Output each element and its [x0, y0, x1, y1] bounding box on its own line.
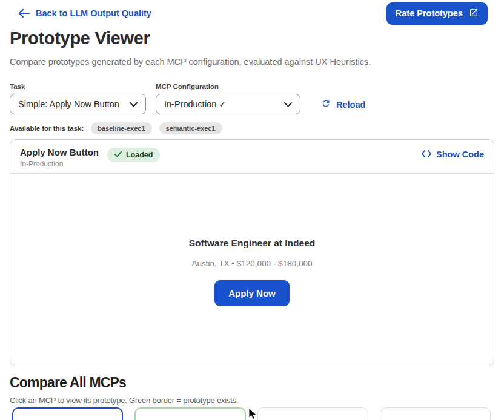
prototype-card: Apply Now Button In-Production Loaded Sh… [10, 139, 494, 366]
prototype-preview: Software Engineer at Indeed Austin, TX •… [10, 174, 494, 366]
page-title: Prototype Viewer [10, 29, 494, 48]
check-icon [114, 151, 122, 159]
show-code-button[interactable]: Show Code [422, 149, 484, 159]
available-label: Available for this task: [10, 125, 84, 132]
mcp-config-select[interactable]: In-Production ✓ [156, 94, 300, 114]
task-label: Task [10, 83, 146, 90]
show-code-label: Show Code [436, 149, 484, 159]
chevron-down-icon [130, 99, 138, 109]
rate-prototypes-label: Rate Prototypes [396, 8, 463, 18]
task-select-value: Simple: Apply Now Button [18, 99, 119, 109]
mcp-compare-card[interactable] [380, 407, 491, 420]
prototype-viewer-page: Back to LLM Output Quality Rate Prototyp… [0, 0, 504, 420]
exec-badge: semantic-exec1 [159, 122, 222, 134]
mcp-compare-card[interactable] [134, 407, 245, 420]
chevron-down-icon [284, 99, 292, 109]
prototype-config-name: In-Production [20, 160, 99, 168]
rate-prototypes-button[interactable]: Rate Prototypes [386, 2, 488, 25]
available-row: Available for this task: baseline-exec1 … [10, 122, 494, 134]
reload-icon [321, 99, 331, 110]
job-meta: Austin, TX • $120,000 - $180,000 [192, 259, 313, 268]
compare-section-subtitle: Click an MCP to view its prototype. Gree… [10, 396, 494, 405]
back-link-label: Back to LLM Output Quality [36, 8, 151, 18]
task-select[interactable]: Simple: Apply Now Button [10, 94, 146, 114]
compare-section-title: Compare All MCPs [10, 374, 494, 391]
top-bar: Back to LLM Output Quality Rate Prototyp… [10, 0, 494, 21]
mcp-compare-card[interactable] [12, 407, 123, 420]
page-subtitle: Compare prototypes generated by each MCP… [10, 57, 494, 67]
external-link-icon [469, 8, 479, 19]
back-link[interactable]: Back to LLM Output Quality [18, 8, 151, 18]
mcp-compare-card[interactable] [257, 407, 368, 420]
prototype-card-titles: Apply Now Button In-Production [20, 146, 99, 168]
prototype-card-header: Apply Now Button In-Production Loaded Sh… [10, 140, 494, 174]
code-icon [422, 149, 431, 159]
prototype-title: Apply Now Button [20, 146, 99, 158]
reload-label: Reload [336, 100, 365, 110]
job-title: Software Engineer at Indeed [189, 238, 315, 249]
exec-badge: baseline-exec1 [91, 122, 151, 134]
apply-now-button[interactable]: Apply Now [214, 280, 290, 306]
loaded-status-badge: Loaded [107, 148, 160, 162]
mcp-config-label: MCP Configuration [156, 83, 300, 90]
reload-button[interactable]: Reload [319, 99, 368, 110]
controls-row: Task Simple: Apply Now Button MCP Config… [10, 83, 494, 114]
loaded-status-label: Loaded [126, 151, 153, 159]
task-field: Task Simple: Apply Now Button [10, 83, 146, 114]
mcp-compare-grid [12, 407, 491, 420]
back-arrow-icon [18, 9, 30, 18]
mcp-config-select-value: In-Production ✓ [164, 99, 226, 109]
mcp-config-field: MCP Configuration In-Production ✓ [156, 83, 300, 114]
